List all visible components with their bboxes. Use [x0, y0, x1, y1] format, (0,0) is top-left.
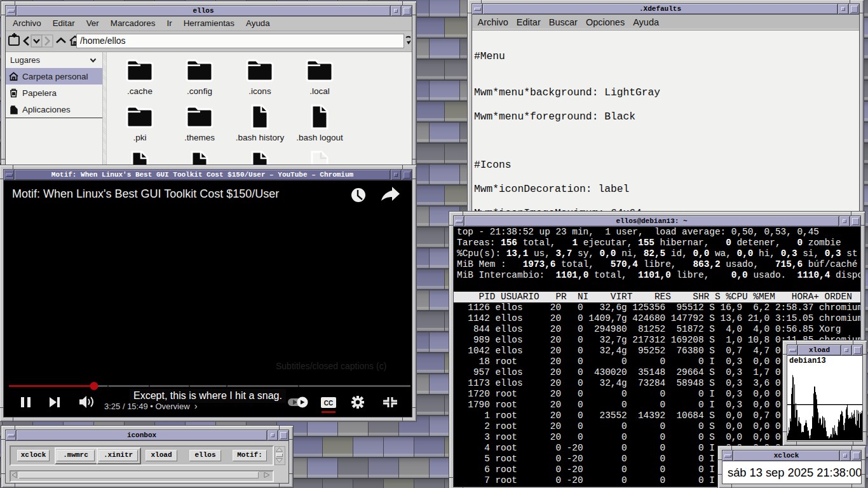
svg-text:CC: CC	[324, 400, 333, 407]
